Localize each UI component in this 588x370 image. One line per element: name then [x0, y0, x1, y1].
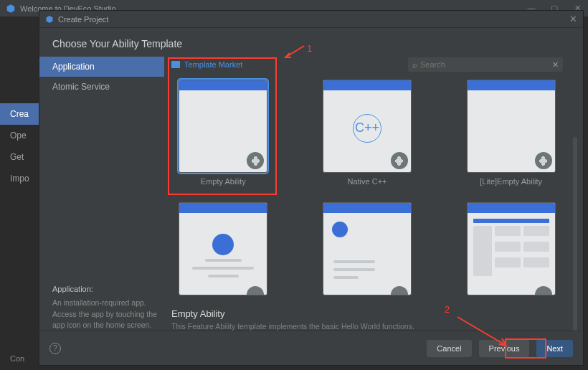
dialog-close-icon[interactable]: ✕ — [569, 14, 577, 24]
search-input[interactable] — [420, 60, 552, 69]
create-project-dialog: Create Project ✕ Choose Your Ability Tem… — [39, 10, 584, 366]
template-label: Native C++ — [347, 177, 387, 186]
category-desc-body: An installation-required app. Access the… — [52, 298, 158, 331]
previous-button[interactable]: Previous — [479, 340, 530, 357]
template-thumb — [467, 80, 556, 173]
deveco-logo-icon — [6, 4, 16, 14]
template-label: Empty Ability — [201, 177, 246, 186]
category-description: Application: An installation-required ap… — [39, 285, 164, 331]
cpp-icon: C++ — [353, 114, 381, 143]
harmony-icon — [247, 286, 264, 295]
bg-sidebar-item[interactable]: Ope — [0, 125, 39, 146]
template-market-label: Template Market — [184, 60, 242, 69]
harmony-icon — [391, 286, 408, 295]
search-field[interactable]: ⌕ ✕ — [408, 57, 563, 72]
cancel-button[interactable]: Cancel — [427, 340, 471, 357]
template-card[interactable] — [316, 202, 419, 302]
scrollbar[interactable] — [573, 137, 577, 331]
template-thumb — [323, 202, 412, 295]
bg-sidebar-bottom: Con — [10, 354, 24, 363]
template-thumb — [179, 202, 267, 295]
tab-atomic-service[interactable]: Atomic Service — [39, 77, 164, 97]
category-desc-title: Application: — [52, 285, 158, 293]
bg-sidebar-item[interactable]: Impo — [0, 168, 39, 189]
template-card-native-cpp[interactable]: C++ Native C++ — [316, 80, 419, 192]
next-button[interactable]: Next — [536, 340, 573, 357]
deveco-logo-icon — [45, 15, 54, 24]
help-icon[interactable]: ? — [49, 343, 61, 354]
market-icon — [171, 61, 180, 68]
template-grid: Empty Ability C++ Native C++ — [167, 72, 583, 304]
template-card[interactable] — [459, 202, 563, 302]
right-panel: Template Market ⌕ ✕ E — [167, 57, 583, 331]
selected-template-description: Empty Ability This Feature Ability templ… — [167, 304, 583, 331]
dialog-footer: ? Cancel Previous Next — [39, 331, 583, 365]
dialog-titlebar: Create Project ✕ — [39, 11, 583, 28]
template-market-link[interactable]: Template Market — [171, 60, 242, 69]
harmony-icon — [247, 152, 264, 169]
bg-sidebar-item[interactable]: Crea — [0, 103, 39, 125]
harmony-icon — [391, 152, 408, 169]
template-label: [Lite]Empty Ability — [480, 177, 542, 186]
dialog-title: Create Project — [58, 15, 569, 24]
dialog-heading: Choose Your Ability Template — [39, 28, 583, 57]
clear-search-icon[interactable]: ✕ — [552, 60, 559, 70]
harmony-icon — [535, 152, 552, 169]
selected-template-body: This Feature Ability template implements… — [171, 322, 563, 331]
template-card-lite-empty[interactable]: [Lite]Empty Ability — [459, 80, 563, 192]
template-thumb: C++ — [323, 80, 412, 173]
template-thumb — [179, 80, 267, 173]
selected-template-title: Empty Ability — [171, 308, 563, 319]
template-card-empty-ability[interactable]: Empty Ability — [171, 80, 275, 192]
bg-sidebar-item[interactable]: Get — [0, 146, 39, 168]
left-panel: Application Atomic Service Application: … — [39, 57, 167, 331]
template-card[interactable] — [171, 202, 275, 302]
bg-sidebar: Crea Ope Get Impo Con — [0, 17, 39, 370]
tab-application[interactable]: Application — [39, 57, 164, 77]
search-icon: ⌕ — [412, 60, 417, 69]
template-thumb — [467, 202, 556, 295]
